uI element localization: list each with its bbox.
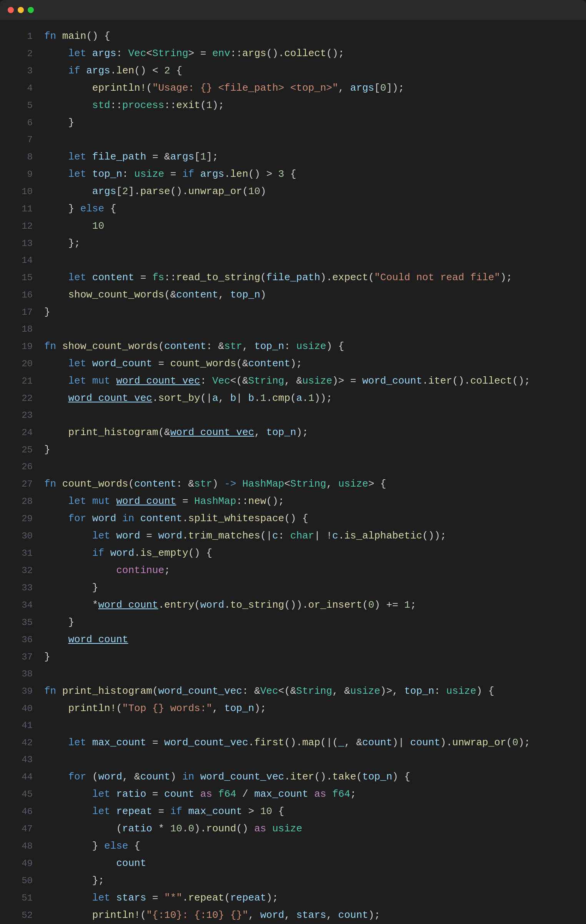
code-line: 33 }	[0, 579, 586, 597]
code-line: 13 };	[0, 235, 586, 252]
code-line: 29 for word in content.split_whitespace(…	[0, 510, 586, 527]
code-line: 52 println!("{:10}: {:10} {}", word, sta…	[0, 907, 586, 924]
maximize-button[interactable]	[28, 7, 34, 13]
code-line: 41	[0, 717, 586, 734]
minimize-button[interactable]	[18, 7, 24, 13]
code-line: 38	[0, 666, 586, 683]
code-line: 19 fn show_count_words(content: &str, to…	[0, 338, 586, 355]
code-line: 5 std::process::exit(1);	[0, 97, 586, 114]
code-line: 31 if word.is_empty() {	[0, 545, 586, 562]
code-line: 6 }	[0, 114, 586, 131]
code-line: 28 let mut word_count = HashMap::new();	[0, 493, 586, 510]
code-line: 3 if args.len() < 2 {	[0, 62, 586, 80]
code-line: 30 let word = word.trim_matches(|c: char…	[0, 527, 586, 545]
code-line: 36 word_count	[0, 631, 586, 648]
code-line: 9 let top_n: usize = if args.len() > 3 {	[0, 166, 586, 183]
code-line: 45 let ratio = count as f64 / max_count …	[0, 786, 586, 803]
code-line: 40 println!("Top {} words:", top_n);	[0, 700, 586, 717]
code-line: 1 fn main() {	[0, 28, 586, 45]
code-line: 15 let content = fs::read_to_string(file…	[0, 269, 586, 286]
code-line: 11 } else {	[0, 200, 586, 218]
code-line: 44 for (word, &count) in word_count_vec.…	[0, 768, 586, 786]
code-line: 46 let repeat = if max_count > 10 {	[0, 803, 586, 820]
code-line: 43	[0, 751, 586, 768]
code-line: 48 } else {	[0, 838, 586, 855]
code-editor[interactable]: 1 fn main() { 2 let args: Vec<String> = …	[0, 20, 586, 924]
code-line: 10 args[2].parse().unwrap_or(10)	[0, 183, 586, 200]
code-line: 35 }	[0, 614, 586, 631]
code-line: 8 let file_path = &args[1];	[0, 148, 586, 166]
code-line: 49 count	[0, 855, 586, 872]
code-line: 20 let word_count = count_words(&content…	[0, 355, 586, 372]
code-line: 47 (ratio * 10.0).round() as usize	[0, 820, 586, 838]
code-line: 16 show_count_words(&content, top_n)	[0, 286, 586, 304]
code-line: 37 }	[0, 648, 586, 666]
titlebar	[0, 0, 586, 20]
code-line: 22 word_count_vec.sort_by(|a, b| b.1.cmp…	[0, 390, 586, 407]
code-line: 17 }	[0, 304, 586, 321]
code-line: 51 let stars = "*".repeat(repeat);	[0, 889, 586, 907]
code-line: 2 let args: Vec<String> = env::args().co…	[0, 45, 586, 62]
code-line: 34 *word_count.entry(word.to_string()).o…	[0, 597, 586, 614]
code-line: 12 10	[0, 218, 586, 235]
code-line: 24 print_histogram(&word_count_vec, top_…	[0, 424, 586, 441]
code-line: 39 fn print_histogram(word_count_vec: &V…	[0, 683, 586, 700]
code-line: 32 continue;	[0, 562, 586, 579]
code-line: 50 };	[0, 872, 586, 889]
code-line: 21 let mut word_count_vec: Vec<(&String,…	[0, 372, 586, 390]
code-line: 4 eprintln!("Usage: {} <file_path> <top_…	[0, 80, 586, 97]
code-line: 42 let max_count = word_count_vec.first(…	[0, 734, 586, 751]
code-line: 27 fn count_words(content: &str) -> Hash…	[0, 475, 586, 493]
code-line: 25 }	[0, 441, 586, 459]
close-button[interactable]	[8, 7, 14, 13]
code-line: 26	[0, 459, 586, 475]
code-window: 1 fn main() { 2 let args: Vec<String> = …	[0, 0, 586, 924]
code-line: 23	[0, 407, 586, 424]
code-line: 18	[0, 321, 586, 338]
code-line: 14	[0, 252, 586, 269]
code-line: 7	[0, 131, 586, 148]
